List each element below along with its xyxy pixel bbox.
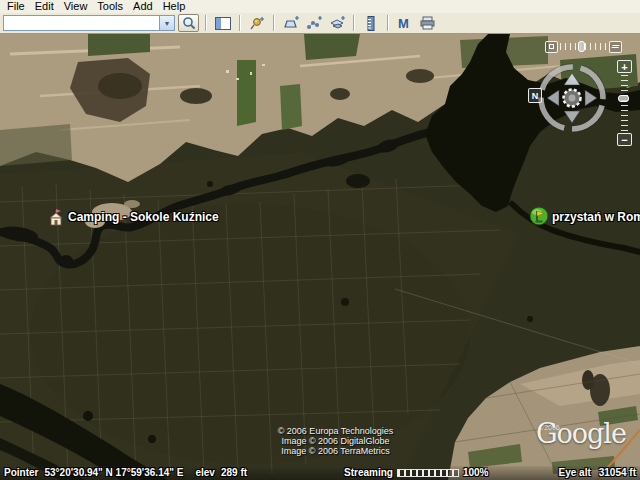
path-icon (306, 16, 322, 30)
streaming-readout: Streaming 100% (344, 467, 488, 478)
copyright-line: Image © 2006 TerraMetrics (248, 446, 423, 456)
measure-button[interactable] (360, 14, 381, 32)
sidebar-icon (215, 17, 231, 30)
tilt-thumb[interactable] (578, 41, 585, 52)
menu-edit[interactable]: Edit (30, 0, 59, 13)
tilt-slider[interactable] (545, 40, 622, 53)
search-button[interactable] (178, 14, 199, 32)
printer-icon (420, 16, 435, 30)
zoom-slider[interactable]: + − (617, 60, 632, 146)
pointer-label: Pointer (4, 467, 38, 478)
eye-alt-value: 31054 ft (599, 467, 636, 478)
compass-center-dot[interactable] (569, 95, 576, 102)
search-combobox: ▼ (3, 15, 175, 31)
zoom-in-button[interactable]: + (617, 60, 632, 73)
magnifier-icon (182, 16, 196, 30)
pan-right-button[interactable] (585, 90, 597, 106)
streaming-progress-bar (397, 469, 459, 477)
toolbar: ▼ (0, 13, 640, 34)
toolbar-separator (273, 15, 274, 31)
add-image-overlay-button[interactable] (326, 14, 347, 32)
add-placemark-button[interactable] (246, 14, 267, 32)
pan-up-button[interactable] (564, 73, 580, 85)
pan-down-button[interactable] (564, 111, 580, 123)
logo-copyright: ©2006 (539, 424, 560, 431)
menu-bar: File Edit View Tools Add Help (0, 0, 640, 13)
eye-alt-readout: Eye alt31054 ft (559, 467, 637, 478)
copyright-line: Image © 2006 DigitalGlobe (248, 436, 423, 446)
menu-add[interactable]: Add (128, 0, 158, 13)
add-polygon-button[interactable] (280, 14, 301, 32)
top-down-icon (549, 44, 554, 49)
status-bar: Pointer53°20'30.94" N 17°59'36.14" Eelev… (0, 466, 640, 480)
zoom-out-button[interactable]: − (617, 133, 632, 146)
email-icon: M (397, 17, 412, 30)
menu-file[interactable]: File (2, 0, 30, 13)
placemark-przystan[interactable] (529, 206, 549, 230)
polygon-icon (283, 16, 299, 30)
placemark-camping[interactable] (48, 208, 65, 231)
lodge-icon[interactable] (48, 208, 65, 227)
elev-value: 289 ft (221, 467, 247, 478)
search-dropdown-arrow-icon[interactable]: ▼ (159, 16, 174, 30)
search-input[interactable] (4, 16, 159, 30)
toolbar-separator (387, 15, 388, 31)
logo-text: Google (536, 418, 626, 449)
placemark-label-przystan[interactable]: przystań w Rom (552, 210, 640, 224)
streaming-percent: 100% (463, 467, 489, 478)
menu-help[interactable]: Help (158, 0, 191, 13)
sidebar-toggle-button[interactable] (212, 14, 233, 32)
copyright-line: © 2006 Europa Technologies (248, 426, 423, 436)
pushpin-icon (249, 16, 265, 31)
email-button[interactable]: M (394, 14, 415, 32)
streaming-label: Streaming (344, 467, 393, 478)
pointer-readout: Pointer53°20'30.94" N 17°59'36.14" Eelev… (4, 467, 247, 478)
google-logo: ©2006 Google (536, 418, 626, 449)
toolbar-separator (239, 15, 240, 31)
north-button[interactable]: N (528, 88, 542, 103)
placemark-label-camping[interactable]: Camping - Sokole Kuźnice (68, 210, 219, 224)
map-viewport[interactable]: Camping - Sokole Kuźnice przystań w Rom … (0, 34, 640, 480)
eye-alt-label: Eye alt (559, 467, 591, 478)
toolbar-separator (353, 15, 354, 31)
image-overlay-icon (329, 16, 345, 30)
tilt-top-down-button[interactable] (545, 41, 558, 53)
pointer-coords: 53°20'30.94" N 17°59'36.14" E (44, 467, 183, 478)
tilt-horizon-button[interactable] (609, 41, 622, 53)
elev-label: elev (195, 467, 214, 478)
zoom-thumb[interactable] (618, 95, 629, 102)
zoom-track[interactable] (621, 75, 628, 131)
tilt-track[interactable] (560, 43, 607, 50)
horizon-icon (611, 45, 619, 48)
copyright-overlay: © 2006 Europa Technologies Image © 2006 … (248, 426, 423, 456)
print-button[interactable] (417, 14, 438, 32)
pan-left-button[interactable] (547, 90, 559, 106)
green-flag-icon[interactable] (529, 206, 549, 226)
menu-view[interactable]: View (59, 0, 93, 13)
svg-text:M: M (398, 17, 409, 30)
menu-tools[interactable]: Tools (92, 0, 128, 13)
navigation-compass[interactable] (530, 56, 614, 140)
ruler-icon (367, 16, 375, 31)
toolbar-separator (205, 15, 206, 31)
add-path-button[interactable] (303, 14, 324, 32)
